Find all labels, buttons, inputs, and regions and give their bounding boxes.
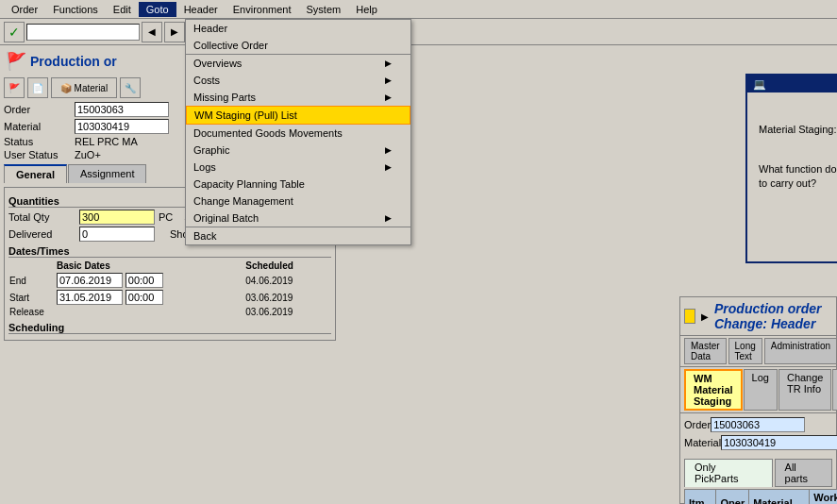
end-basic-input[interactable]: [57, 273, 123, 288]
tab-change-tr[interactable]: Change TR Info: [778, 369, 832, 411]
parts-tabs: Only PickParts All parts: [684, 459, 832, 487]
goto-item-original-batch[interactable]: Original Batch▶: [186, 210, 410, 227]
prod-order-input[interactable]: [711, 417, 805, 432]
menu-header[interactable]: Header: [176, 2, 226, 17]
status-label: Status: [4, 136, 75, 147]
goto-item-documented-goods[interactable]: Documented Goods Movements: [186, 125, 410, 142]
menu-functions[interactable]: Functions: [45, 2, 106, 17]
menu-help[interactable]: Help: [348, 2, 385, 17]
col-work-ctr: Work Ctr: [810, 490, 837, 505]
question-area: What function do you wantto carry out?: [759, 162, 837, 192]
goto-item-wm-staging[interactable]: WM Staging (Pull) List: [186, 106, 410, 125]
wm-staging-icon: 💻: [753, 78, 766, 91]
prod-change-tabs: WM Material Staging Log Change TR Info U…: [680, 367, 836, 413]
wm-staging-popup: 💻 WM Staging ✕ Material Staging: Simulat…: [745, 74, 837, 263]
goto-item-overviews[interactable]: Overviews▶: [186, 54, 410, 72]
prod-change-header-bar: ▶ Production order Change: Header: [680, 297, 836, 336]
tab-wm-material[interactable]: WM Material Staging: [684, 369, 743, 411]
scheduling-title: Scheduling: [8, 322, 331, 334]
dates-row-end: End 04.06.2019: [8, 272, 331, 289]
toolbar-check[interactable]: ✓: [4, 22, 25, 42]
admin-tab-master[interactable]: Master Data: [684, 338, 727, 364]
prod-material-input[interactable]: [721, 435, 837, 450]
dates-row-start: Start 03.06.2019: [8, 289, 331, 306]
menubar: Order Functions Edit Goto Header Environ…: [0, 0, 837, 19]
goto-item-collective-order[interactable]: Collective Order: [186, 37, 410, 54]
tab-only-pickparts[interactable]: Only PickParts: [684, 459, 773, 487]
parts-table: Itm Oper Material Work Ctr Rqmnt Quantit…: [684, 489, 837, 504]
form-icon-doc[interactable]: 📄: [27, 77, 48, 98]
goto-dropdown: Header Collective Order Overviews▶ Costs…: [185, 19, 411, 245]
goto-item-costs[interactable]: Costs▶: [186, 72, 410, 89]
wm-staging-titlebar: 💻 WM Staging ✕: [747, 76, 837, 92]
release-label: Release: [8, 306, 56, 318]
panel-title: Production or: [30, 54, 117, 69]
goto-item-graphic[interactable]: Graphic▶: [186, 142, 410, 159]
menu-edit[interactable]: Edit: [106, 2, 139, 17]
goto-item-back[interactable]: Back: [186, 227, 410, 244]
admin-tab-admin[interactable]: Administration: [764, 338, 837, 364]
order-label: Order: [4, 104, 75, 115]
total-qty-label: Total Qty: [8, 211, 79, 223]
tab-unit-measure[interactable]: Unit of Measure: [832, 369, 837, 411]
total-qty-input[interactable]: [79, 210, 155, 225]
end-basic-time-input[interactable]: [126, 273, 163, 288]
goto-item-change-management[interactable]: Change Management: [186, 193, 410, 210]
tab-assignment[interactable]: Assignment: [68, 164, 146, 183]
menu-goto[interactable]: Goto: [139, 2, 176, 17]
toolbar: ✓ ◀ ▶ 💾 | 🖨 🔍 ⚙ | ?: [0, 19, 837, 45]
admin-tab-longtext[interactable]: Long Text: [728, 338, 762, 364]
scheduled-header: Scheduled: [244, 260, 331, 272]
icon-arrow: ▶: [701, 311, 709, 322]
material-staging-row: Material Staging: Simulate Execute: [759, 104, 837, 155]
user-status-value: ZuO+: [75, 149, 101, 160]
goto-item-capacity-planning[interactable]: Capacity Planning Table: [186, 176, 410, 193]
tab-all-parts[interactable]: All parts: [775, 459, 832, 487]
delivered-label: Delivered: [8, 228, 79, 240]
material-input[interactable]: [75, 119, 169, 134]
delivered-input[interactable]: [79, 227, 155, 242]
form-icon-material[interactable]: 📦 Material: [51, 77, 117, 98]
form-icon-other[interactable]: 🔧: [120, 77, 141, 98]
prod-change-title: Production order Change: Header: [714, 301, 832, 331]
menu-environment[interactable]: Environment: [226, 2, 299, 17]
start-scheduled: 03.06.2019: [244, 289, 331, 306]
menu-system[interactable]: System: [299, 2, 349, 17]
user-status-label: User Status: [4, 149, 75, 160]
col-material: Material: [749, 490, 810, 505]
admin-tabs: Master Data Long Text Administration Cus…: [680, 336, 836, 367]
form-icon-flag[interactable]: 🚩: [4, 77, 25, 98]
tab-log[interactable]: Log: [744, 369, 778, 411]
toolbar-forward[interactable]: ▶: [164, 22, 185, 42]
toolbar-command-input[interactable]: [26, 24, 140, 41]
prod-change-icon: [684, 309, 695, 324]
dates-row-release: Release 03.06.2019: [8, 306, 331, 318]
col-oper: Oper: [716, 490, 749, 505]
goto-item-header[interactable]: Header: [186, 20, 410, 37]
toolbar-back[interactable]: ◀: [142, 22, 162, 42]
material-staging-label: Material Staging:: [759, 124, 837, 135]
dates-table: Basic Dates Scheduled End 04.06.2019: [8, 260, 331, 318]
goto-item-missing-parts[interactable]: Missing Parts▶: [186, 89, 410, 106]
menu-order[interactable]: Order: [4, 2, 45, 17]
prod-order-label: Order: [684, 419, 711, 430]
col-itm: Itm: [685, 490, 716, 505]
order-input[interactable]: [75, 102, 169, 117]
prod-form: Order Ty Material Pla: [680, 413, 836, 457]
status-value: REL PRC MA: [75, 136, 138, 147]
bottom-buttons: Display: [759, 199, 837, 222]
prod-material-row: Material Pla: [684, 435, 832, 450]
parts-section: Only PickParts All parts Itm Oper Materi…: [680, 457, 836, 504]
tab-general[interactable]: General: [4, 164, 67, 183]
popup-question-text: What function do you wantto carry out?: [759, 162, 837, 192]
wm-staging-body: Material Staging: Simulate Execute What …: [747, 92, 837, 261]
goto-item-logs[interactable]: Logs▶: [186, 159, 410, 176]
basic-dates-header: Basic Dates: [56, 260, 244, 272]
start-basic-input[interactable]: [57, 290, 123, 305]
release-scheduled: 03.06.2019: [244, 306, 331, 318]
start-label: Start: [8, 289, 56, 306]
material-label: Material: [4, 121, 75, 132]
end-label: End: [8, 272, 56, 289]
unit-label: PC: [159, 211, 173, 223]
start-basic-time-input[interactable]: [126, 290, 163, 305]
